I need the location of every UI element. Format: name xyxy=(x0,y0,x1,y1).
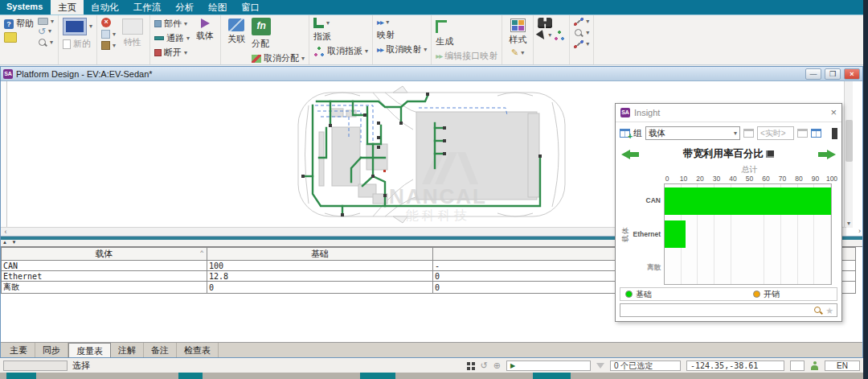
fill-button[interactable]: ▾ xyxy=(101,41,116,50)
user-icon[interactable] xyxy=(810,361,819,370)
scroll-right-icon[interactable]: › xyxy=(858,227,861,235)
chart-row xyxy=(665,217,831,250)
canvas-vertical-scrollbar[interactable]: ▾ xyxy=(844,81,853,228)
associate-button[interactable]: 关联 xyxy=(225,18,248,46)
pen-button[interactable]: ✎▾ xyxy=(511,47,524,58)
cell-base[interactable]: 100 xyxy=(207,261,433,271)
channel-button[interactable]: 通路▾ xyxy=(154,32,190,44)
unmap-label: 取消映射 xyxy=(386,43,421,56)
unmap-button[interactable]: ▸▸ 取消映射▾ xyxy=(377,43,427,56)
find-icon[interactable] xyxy=(538,18,552,28)
cell-base[interactable]: 12.8 xyxy=(207,271,433,282)
legend-swatch xyxy=(753,290,760,298)
import-icon[interactable] xyxy=(4,32,17,43)
tab-drawing[interactable]: 绘图 xyxy=(201,0,234,14)
help-button[interactable]: ? 帮助 xyxy=(4,18,34,30)
minimize-button[interactable]: — xyxy=(805,68,821,80)
tab-window[interactable]: 窗口 xyxy=(234,0,267,14)
group-select-value: 载体 xyxy=(649,128,665,139)
systems-menu-button[interactable]: Systems xyxy=(0,0,51,14)
new-button[interactable]: 新的 xyxy=(63,38,92,50)
taskbar-item[interactable] xyxy=(533,373,571,379)
svg-text:NANCAL: NANCAL xyxy=(389,184,487,208)
cell-carrier[interactable]: 离散 xyxy=(2,282,207,294)
group-select[interactable]: 载体 ▾ xyxy=(645,126,740,140)
properties-button[interactable]: 特性 xyxy=(120,18,145,49)
rotate-icon[interactable]: ↺ xyxy=(481,360,488,371)
delete-icon[interactable]: × xyxy=(101,18,111,27)
tab-home[interactable]: 主页 xyxy=(51,0,84,14)
tab-annotation[interactable]: 注解 xyxy=(111,343,144,357)
cell-carrier[interactable]: CAN xyxy=(2,261,207,271)
tab-analysis[interactable]: 分析 xyxy=(168,0,201,14)
scroll-down-icon[interactable]: ▾ xyxy=(845,220,853,227)
unassign-button[interactable]: 取消分配▾ xyxy=(252,52,305,64)
col-header-base[interactable]: 基础 xyxy=(207,248,433,261)
next-metric-arrow[interactable] xyxy=(818,150,837,159)
designate-button[interactable]: ▾ xyxy=(313,18,368,28)
print-button[interactable]: ▾ xyxy=(38,18,54,25)
link-tool-1[interactable]: ▾ xyxy=(574,18,589,26)
filter-icon[interactable] xyxy=(596,363,604,369)
chart-bar[interactable] xyxy=(665,187,831,215)
document-title-bar[interactable]: SA Platform Design - EV:A:EV-Sedan* — ❒ … xyxy=(1,67,862,81)
col-header-carrier[interactable]: 载体^ xyxy=(2,248,207,261)
tab-main[interactable]: 主要 xyxy=(2,343,35,357)
tab-sync[interactable]: 同步 xyxy=(35,343,68,357)
undo-button[interactable]: ↺▾ xyxy=(38,27,54,35)
play-icon[interactable]: ▶ xyxy=(510,362,515,369)
style-button[interactable]: 样式 ✎▾ xyxy=(506,18,529,59)
realtime-field[interactable]: <实时> xyxy=(757,126,794,140)
copy-button[interactable]: ▾ xyxy=(101,30,116,39)
scroll-left-icon[interactable]: ‹ xyxy=(1,228,10,236)
status-mode-label: 选择 xyxy=(72,360,90,372)
chart-tick: 70 xyxy=(779,175,786,183)
restore-button[interactable]: ❒ xyxy=(825,68,841,80)
part-button[interactable]: 部件▾ xyxy=(154,18,190,30)
crosshair-icon[interactable]: ⊕ xyxy=(493,360,501,371)
cell-base[interactable]: 0 xyxy=(207,282,433,294)
vscroll-thumb[interactable] xyxy=(845,120,853,162)
chart-bar[interactable] xyxy=(665,220,686,248)
fn-assign-button[interactable]: fn xyxy=(252,18,305,35)
zoom-button[interactable]: ▾ xyxy=(38,38,54,47)
chart-view-icon[interactable] xyxy=(832,128,837,139)
prev-metric-arrow[interactable] xyxy=(620,150,639,159)
tab-metrics[interactable]: 度量表 xyxy=(68,343,111,357)
generate-icon[interactable] xyxy=(436,20,447,33)
insight-title-bar[interactable]: SA Insight × xyxy=(616,104,841,122)
select-cursor-icon[interactable] xyxy=(536,30,548,42)
ribbon-group-new: ▾ 新的 xyxy=(59,15,97,64)
network-nodes-icon[interactable] xyxy=(554,31,565,40)
undesignate-button[interactable]: 取消指派▾ xyxy=(313,45,368,57)
tab-checklist[interactable]: 检查表 xyxy=(177,343,219,357)
carrier-button[interactable]: 载体 xyxy=(194,18,216,43)
cell-carrier[interactable]: Ethernet xyxy=(2,271,207,282)
new-diagram-button[interactable]: ▾ xyxy=(63,18,92,35)
ribbon-group-designate: ▾ 指派 取消指派▾ xyxy=(309,15,373,64)
link-tool-3[interactable]: ▾ xyxy=(574,40,589,48)
unassign-label: 取消分配 xyxy=(264,52,299,64)
map-button[interactable]: ▸▸▾ xyxy=(377,18,427,27)
tab-workflow[interactable]: 工作流 xyxy=(126,0,169,14)
style-label: 样式 xyxy=(509,34,526,46)
edit-interface-map-button[interactable]: ▸▸ 编辑接口映射 xyxy=(436,50,497,62)
close-button[interactable]: × xyxy=(844,68,860,80)
insight-close-icon[interactable]: × xyxy=(830,108,837,117)
break-button[interactable]: 断开▾ xyxy=(154,47,190,59)
add-group-icon[interactable] xyxy=(620,129,630,138)
favorite-star-icon[interactable]: ★ xyxy=(825,307,833,315)
tab-automation[interactable]: 自动化 xyxy=(84,0,126,14)
search-icon[interactable] xyxy=(813,306,822,315)
language-box[interactable]: EN xyxy=(825,360,860,371)
language-label: EN xyxy=(837,361,848,370)
taskbar-item[interactable] xyxy=(6,373,36,379)
taskbar-item[interactable] xyxy=(360,373,395,379)
carrier-label: 载体 xyxy=(196,30,214,42)
fit-view-icon[interactable] xyxy=(467,362,475,370)
insight-search-box[interactable]: ★ xyxy=(620,303,837,317)
taskbar-item[interactable] xyxy=(178,373,203,379)
table-view-icon[interactable] xyxy=(811,129,821,138)
tab-notes[interactable]: 备注 xyxy=(144,343,177,357)
link-tool-2[interactable]: ▾ xyxy=(574,28,589,38)
